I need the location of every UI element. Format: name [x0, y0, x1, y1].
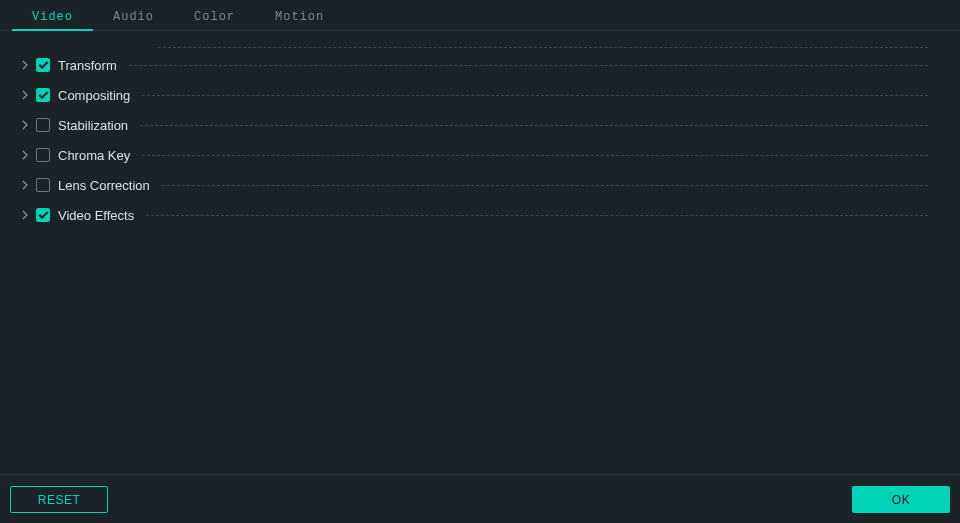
chevron-right-icon[interactable]	[18, 210, 32, 220]
checkbox-stabilization[interactable]	[36, 118, 50, 132]
row-label: Video Effects	[58, 208, 146, 223]
row-chroma-key: Chroma Key	[18, 140, 952, 170]
divider	[142, 95, 928, 96]
divider	[158, 47, 928, 48]
chevron-right-icon[interactable]	[18, 150, 32, 160]
tab-motion[interactable]: Motion	[255, 2, 344, 30]
row-label: Transform	[58, 58, 129, 73]
row-label: Stabilization	[58, 118, 140, 133]
chevron-right-icon[interactable]	[18, 180, 32, 190]
chevron-right-icon[interactable]	[18, 60, 32, 70]
checkbox-video-effects[interactable]	[36, 208, 50, 222]
tab-video[interactable]: Video	[12, 2, 93, 30]
row-transform: Transform	[18, 50, 952, 80]
row-compositing: Compositing	[18, 80, 952, 110]
checkbox-compositing[interactable]	[36, 88, 50, 102]
tab-color[interactable]: Color	[174, 2, 255, 30]
footer: RESET OK	[0, 474, 960, 523]
tab-audio[interactable]: Audio	[93, 2, 174, 30]
row-stabilization: Stabilization	[18, 110, 952, 140]
divider	[140, 125, 928, 126]
settings-panel: Transform Compositing Stabilization Chro…	[0, 31, 960, 474]
checkbox-transform[interactable]	[36, 58, 50, 72]
row-video-effects: Video Effects	[18, 200, 952, 230]
divider	[162, 185, 928, 186]
reset-button[interactable]: RESET	[10, 486, 108, 513]
divider	[142, 155, 928, 156]
divider	[146, 215, 928, 216]
checkbox-chroma-key[interactable]	[36, 148, 50, 162]
tab-bar: Video Audio Color Motion	[0, 0, 960, 31]
chevron-right-icon[interactable]	[18, 120, 32, 130]
row-lens-correction: Lens Correction	[18, 170, 952, 200]
row-label: Lens Correction	[58, 178, 162, 193]
divider	[129, 65, 928, 66]
chevron-right-icon[interactable]	[18, 90, 32, 100]
row-label: Compositing	[58, 88, 142, 103]
row-label: Chroma Key	[58, 148, 142, 163]
ok-button[interactable]: OK	[852, 486, 950, 513]
checkbox-lens-correction[interactable]	[36, 178, 50, 192]
